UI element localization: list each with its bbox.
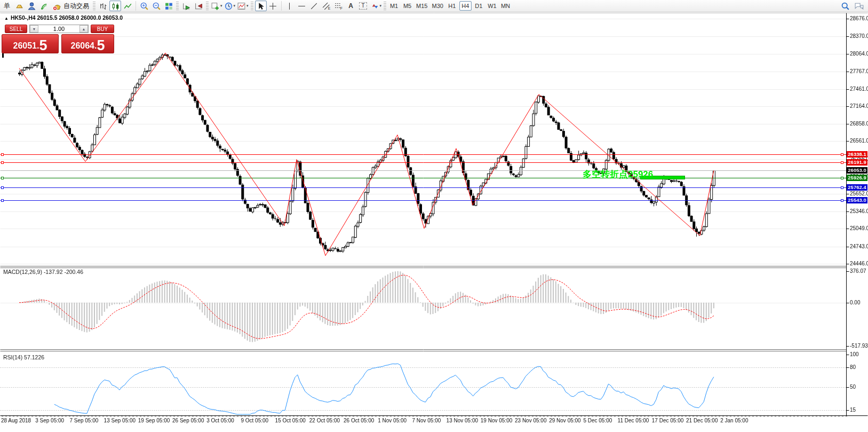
time-axis-label: 9 Oct 05:00 — [241, 418, 268, 423]
one-click-toggle-icon[interactable]: ▲ — [4, 16, 9, 21]
crosshair-tool-button[interactable] — [267, 1, 279, 11]
time-axis-label: 13 Sep 05:00 — [104, 418, 136, 423]
indicators-button[interactable]: ▾ — [236, 1, 249, 11]
buy-price-big-digit: 5 — [97, 38, 105, 53]
tile-windows-button[interactable] — [163, 1, 174, 11]
timeframe-H1[interactable]: H1 — [446, 1, 458, 11]
auto-scroll-button[interactable] — [180, 1, 192, 11]
rsi-axis-label: 80 — [850, 364, 856, 370]
rsi-axis-label: 15 — [850, 407, 856, 413]
time-axis-label: 29 Nov 05:00 — [549, 418, 581, 423]
candle-chart-button[interactable] — [109, 1, 121, 11]
signal-icon[interactable] — [38, 1, 50, 11]
price-axis-label: 25346.0 — [850, 208, 868, 214]
time-axis-label: 5 Dec 05:00 — [583, 418, 612, 423]
timeframe-D1[interactable]: D1 — [473, 1, 485, 11]
time-axis-label: 23 Nov 05:00 — [515, 418, 547, 423]
horizontal-line-tool-button[interactable] — [296, 1, 308, 11]
timeframe-H4[interactable]: H4 — [459, 1, 472, 11]
time-axis-label: 11 Dec 05:00 — [618, 418, 649, 423]
price-axis-label: 27164.0 — [850, 103, 868, 109]
sell-price-button[interactable]: 26051.5 — [2, 34, 59, 53]
experts-icon[interactable] — [26, 1, 37, 11]
time-axis-label: 19 Nov 05:00 — [481, 418, 513, 423]
timeframe-M5[interactable]: M5 — [401, 1, 413, 11]
dropdown-caret[interactable]: ▾ — [234, 4, 236, 8]
chart-shift-button[interactable] — [193, 1, 204, 11]
cursor-tool-button[interactable] — [255, 1, 267, 11]
price-badge-25762.4: 25762.4 — [847, 184, 867, 191]
rsi-label: RSI(14) 57.1226 — [3, 354, 44, 360]
trendline-tool-button[interactable] — [308, 1, 320, 11]
time-axis-label: 7 Nov 05:00 — [412, 418, 441, 423]
timeframe-MN[interactable]: MN — [499, 1, 512, 11]
rsi-axis-label: 100 — [850, 351, 859, 357]
zoom-out-button[interactable] — [150, 1, 162, 11]
toolbar-grip — [176, 2, 179, 10]
chart-annotation-text[interactable]: 多空转折点25926 — [583, 168, 653, 180]
dropdown-caret[interactable]: ▾ — [380, 4, 382, 8]
mt4-window: 单 自动交易 — [0, 0, 868, 432]
timeframe-M1[interactable]: M1 — [388, 1, 400, 11]
text-tool-button[interactable]: A — [345, 1, 357, 11]
volume-value[interactable]: 1.00 — [38, 25, 79, 33]
timeframe-M30[interactable]: M30 — [430, 1, 444, 11]
text-label-tool-button[interactable]: T — [357, 1, 369, 11]
macd-value-signal: -200.46 — [64, 269, 83, 275]
rsi-value: 57.1226 — [24, 354, 44, 360]
bar-chart-button[interactable] — [97, 1, 109, 11]
buy-button[interactable]: BUY — [91, 25, 114, 33]
time-axis-label: 7 Sep 05:00 — [69, 418, 98, 423]
volume-up-button[interactable]: ▲ — [79, 25, 88, 33]
price-axis-label: 28370.0 — [850, 33, 868, 39]
autotrading-button[interactable]: 自动交易 — [50, 1, 91, 11]
gold-icon[interactable] — [13, 1, 25, 11]
timeframe-M15[interactable]: M15 — [415, 1, 429, 11]
macd-axis-label: -517.93 — [850, 343, 868, 349]
toolbar-grip — [206, 2, 209, 10]
time-axis-label: 3 Oct 05:00 — [206, 418, 234, 423]
fibonacci-tool-button[interactable]: F — [333, 1, 345, 11]
price-axis-label: 24446.0 — [850, 261, 868, 266]
timeframe-group: M1M5M15M30H1H4D1W1MN — [388, 1, 512, 11]
line-chart-button[interactable] — [122, 1, 133, 11]
timeframe-W1[interactable]: W1 — [486, 1, 498, 11]
toolbar-grip — [251, 2, 253, 10]
equidistant-channel-tool-button[interactable]: E — [321, 1, 332, 11]
time-axis-label: 1 Nov 05:00 — [378, 418, 407, 423]
price-axis-label: 27767.0 — [850, 68, 868, 74]
price-badge-25543.0: 25543.0 — [847, 197, 867, 203]
search-icon[interactable] — [839, 1, 851, 11]
new-order-button[interactable]: 单 — [1, 1, 13, 11]
buy-price-main: 26064. — [71, 41, 97, 53]
volume-down-button[interactable]: ▼ — [30, 25, 38, 33]
sell-price-main: 26051. — [13, 41, 39, 53]
price-badge-25926.9: 25926.9 — [847, 175, 867, 181]
symbol-header: ▲HK50-,H4 26015.5 26058.0 26000.0 26053.… — [4, 14, 123, 21]
rsi-axis-label: 50 — [850, 384, 856, 390]
macd-axis-label: 0.00 — [850, 300, 860, 305]
dropdown-caret[interactable]: ▾ — [246, 4, 249, 8]
price-chart-canvas[interactable] — [0, 0, 868, 432]
price-axis-label: 26858.0 — [850, 121, 868, 127]
zoom-in-button[interactable] — [138, 1, 150, 11]
vertical-line-tool-button[interactable] — [284, 1, 296, 11]
sell-button[interactable]: SELL — [5, 25, 27, 33]
new-chart-button[interactable]: ▾ — [210, 1, 223, 11]
toolbar: 单 自动交易 — [0, 0, 868, 12]
dropdown-caret[interactable]: ▾ — [220, 4, 222, 8]
price-axis-label: 24743.0 — [850, 244, 868, 249]
chat-icon[interactable] — [853, 1, 865, 11]
time-axis-label: 22 Oct 05:00 — [309, 418, 340, 423]
profiles-button[interactable]: ▾ — [224, 1, 236, 11]
arrows-tool-button[interactable]: ▾ — [370, 1, 383, 11]
time-axis-label: 21 Dec 05:00 — [686, 418, 718, 423]
one-click-trading-panel: SELL ▼ 1.00 ▲ BUY 26051.5 26064.5 — [2, 24, 114, 53]
time-axis-label: 28 Aug 2018 — [1, 418, 31, 423]
time-axis-label: 19 Sep 05:00 — [138, 418, 170, 423]
toolbar-separator — [136, 1, 136, 11]
buy-price-button[interactable]: 26064.5 — [61, 34, 114, 53]
price-axis-label: 27461.0 — [850, 86, 868, 92]
sell-price-big-digit: 5 — [39, 38, 47, 53]
time-axis-label: 2 Jan 05:00 — [720, 418, 748, 423]
